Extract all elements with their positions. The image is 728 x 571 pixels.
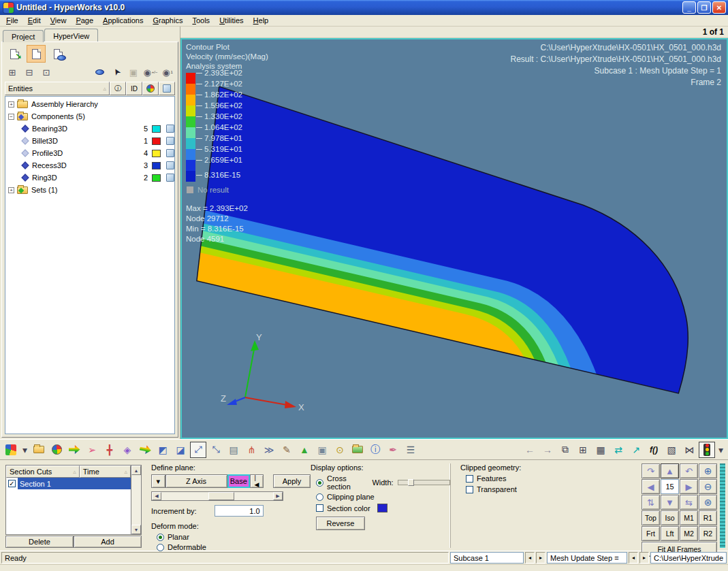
scroll-up-icon[interactable]: ▲ xyxy=(131,466,141,475)
section-ramp-button[interactable]: ◩ xyxy=(155,442,171,458)
planar-radio[interactable]: Planar xyxy=(157,533,311,541)
model-blob-button[interactable] xyxy=(48,45,67,63)
page-previous-button[interactable]: ← xyxy=(522,442,538,458)
visibility-button[interactable]: ⊙ xyxy=(332,442,348,458)
cube-icon[interactable] xyxy=(166,125,174,133)
streamline-plot-button[interactable] xyxy=(137,442,153,458)
page-list-button[interactable]: ⧉ xyxy=(557,442,573,458)
subcase-selector[interactable]: Subcase 1 xyxy=(450,552,524,564)
section-cut-button[interactable]: ⤢ xyxy=(190,442,206,458)
load-results-button[interactable] xyxy=(48,442,65,458)
logo-dropdown-button[interactable]: ▾ xyxy=(20,442,29,458)
menu-help[interactable]: Help xyxy=(249,16,274,25)
features-checkbox[interactable]: Features xyxy=(466,474,608,483)
color-swatch[interactable] xyxy=(152,174,161,182)
pan-down-button[interactable]: ▼ xyxy=(661,495,679,510)
tab-hyperview[interactable]: HyperView xyxy=(44,29,98,42)
animation-dropdown-button[interactable]: ▾ xyxy=(716,442,725,458)
tab-project[interactable]: Project xyxy=(3,30,44,42)
section-row-label[interactable]: Section 1 xyxy=(18,478,131,489)
view-iso-button[interactable]: Iso xyxy=(661,510,679,525)
delete-button[interactable]: Delete xyxy=(5,536,74,548)
flip-vertical-button[interactable]: ⇅ xyxy=(642,495,660,510)
expand-all-icon[interactable]: ⊞ xyxy=(5,65,20,79)
subcase-next-button[interactable]: ▸ xyxy=(536,552,545,564)
capture-preview-button[interactable]: ▧ xyxy=(663,442,680,458)
section-color-checkbox[interactable]: Section color xyxy=(316,504,450,512)
color-swatch[interactable] xyxy=(152,150,161,157)
stream-fountain-button[interactable]: ⋔ xyxy=(243,442,259,458)
section-visible-checkbox[interactable]: ✓ xyxy=(8,480,16,487)
color-swatch[interactable] xyxy=(152,162,161,169)
tree-row-ring3d[interactable]: Ring3D 2 xyxy=(5,172,174,184)
color-column-button[interactable] xyxy=(142,82,159,95)
cube-icon[interactable] xyxy=(166,174,174,182)
new-model-button[interactable] xyxy=(27,45,46,63)
step-prev-button[interactable]: ◂ xyxy=(629,552,638,564)
vector-plot-button[interactable]: ➢ xyxy=(84,442,100,458)
entity-info-button[interactable]: ⓘ xyxy=(367,442,383,458)
cube-icon[interactable] xyxy=(166,137,174,145)
view-left-button[interactable]: Lft xyxy=(661,526,679,541)
first-frame-button[interactable]: |◀ xyxy=(250,474,264,488)
pan-up-button[interactable]: ▲ xyxy=(661,463,679,478)
rotate-left-button[interactable]: ↶ xyxy=(680,463,698,478)
presentation-button[interactable]: ⋈ xyxy=(681,442,697,458)
tree-row-billet3d[interactable]: Billet3D 1 xyxy=(5,135,174,147)
menu-tools[interactable]: Tools xyxy=(187,16,215,25)
minimize-button[interactable]: _ xyxy=(682,1,696,14)
refresh-tree-icon[interactable]: ⊡ xyxy=(39,65,54,79)
graphics-viewport[interactable]: Contour Plot Velocity (mm/sec)(Mag) Anal… xyxy=(180,38,728,439)
tree-row-profile3d[interactable]: Profile3D 4 xyxy=(5,147,174,159)
close-button[interactable]: ✕ xyxy=(712,1,726,14)
open-session-button[interactable] xyxy=(31,442,47,458)
window-expand-button[interactable]: ↗ xyxy=(628,442,644,458)
list-scrollbar[interactable]: ▲ ▼ xyxy=(131,466,141,534)
panel-resize-gutter[interactable] xyxy=(720,463,725,548)
step-next-button[interactable]: ▸ xyxy=(639,552,649,564)
cross-section-radio[interactable]: Cross section Width: xyxy=(316,474,450,491)
dynamic-zoom-button[interactable]: ⊛ xyxy=(699,495,717,510)
axis-select-button[interactable]: Z Axis xyxy=(165,474,227,488)
quick-erase-button[interactable]: ✒ xyxy=(385,442,401,458)
entities-column-header[interactable]: Entities ▵ xyxy=(5,82,110,95)
reverse-button[interactable]: Reverse xyxy=(316,517,365,530)
base-button[interactable]: Base xyxy=(227,474,250,488)
tree-row-assembly[interactable]: + Assembly Hierarchy xyxy=(5,98,174,110)
eye-one-icon[interactable]: ◉1 xyxy=(160,65,175,79)
window-swap-button[interactable]: ⇄ xyxy=(610,442,627,458)
tracking-button[interactable]: ≫ xyxy=(261,442,277,458)
slider-left-icon[interactable]: ◀ xyxy=(152,492,161,500)
flip-horizontal-button[interactable]: ⇆ xyxy=(680,495,698,510)
iso-surface-button[interactable]: ◈ xyxy=(119,442,136,458)
menu-graphics[interactable]: Graphics xyxy=(148,16,187,25)
scroll-down-icon[interactable]: ▼ xyxy=(131,525,141,534)
width-slider-thumb[interactable] xyxy=(408,479,414,486)
view-r2-button[interactable]: R2 xyxy=(699,526,717,541)
id-column-button[interactable]: ID xyxy=(126,82,142,95)
rotate-angle-input[interactable] xyxy=(661,479,679,494)
view-front-button[interactable]: Frt xyxy=(642,526,660,541)
notes-button[interactable]: ▤ xyxy=(225,442,242,458)
style-column-button[interactable] xyxy=(159,82,175,95)
view-m1-button[interactable]: M1 xyxy=(680,510,698,525)
organize-button[interactable] xyxy=(349,442,366,458)
collapse-all-icon[interactable]: ⊟ xyxy=(22,65,37,79)
menu-utilities[interactable]: Utilities xyxy=(215,16,248,25)
pan-left-button[interactable]: ◀ xyxy=(642,479,660,494)
slider-thumb[interactable] xyxy=(208,492,234,500)
contour-plot-button[interactable] xyxy=(66,442,82,458)
menu-view[interactable]: View xyxy=(46,16,72,25)
section-color-chip[interactable] xyxy=(377,504,387,512)
plane-dropdown-button[interactable]: ▾ xyxy=(151,474,165,488)
section-edit-button[interactable]: ⤡ xyxy=(208,442,224,458)
deformable-radio[interactable]: Deformable xyxy=(157,543,311,551)
slider-right-icon[interactable]: ▶ xyxy=(273,492,283,500)
view-r1-button[interactable]: R1 xyxy=(699,510,717,525)
plane-position-slider[interactable]: ◀ ▶ xyxy=(151,491,283,501)
hyperworks-logo-button[interactable] xyxy=(3,442,19,458)
apply-button[interactable]: Apply xyxy=(273,474,311,488)
cube-icon[interactable] xyxy=(166,149,174,157)
collapse-icon[interactable]: − xyxy=(8,114,14,120)
menu-file[interactable]: File xyxy=(1,16,23,25)
